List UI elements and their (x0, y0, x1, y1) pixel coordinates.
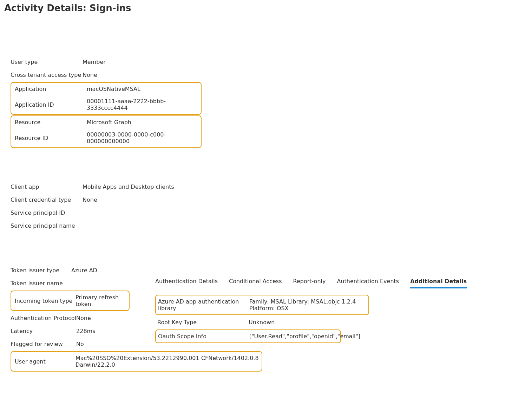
label-token-issuer-type: Token issuer type (11, 264, 71, 277)
label-auth-protocol: Authentication Protocol (11, 312, 76, 325)
tab-authentication-details[interactable]: Authentication Details (155, 278, 218, 288)
label-service-principal-id: Service principal ID (11, 206, 83, 219)
value-token-issuer-name (71, 277, 97, 290)
label-client-credential-type: Client credential type (11, 193, 83, 206)
row-auth-protocol: Authentication Protocol None (11, 312, 95, 325)
label-application: Application (11, 83, 87, 95)
value-user-type: Member (83, 55, 106, 68)
row-cross-tenant: Cross tenant access type None (11, 68, 106, 81)
value-latency: 228ms (76, 325, 95, 338)
label-resource: Resource (11, 116, 87, 128)
page-title: Activity Details: Sign-ins (4, 3, 515, 13)
row-root-key-type: Root Key Type Unknown (155, 316, 515, 329)
highlight-resource: Resource Microsoft Graph Resource ID 000… (11, 115, 202, 148)
row-latency: Latency 228ms (11, 325, 95, 338)
value-oauth-scope: ["User.Read","profile","openid","email"] (246, 330, 364, 342)
value-client-credential-type: None (83, 193, 174, 206)
value-flagged: No (76, 338, 95, 351)
value-service-principal-name (83, 219, 174, 232)
value-client-app: Mobile Apps and Desktop clients (83, 180, 174, 193)
row-resource-id: Resource ID 00000003-0000-0000-c000-0000… (11, 128, 201, 147)
label-user-agent: User agent (11, 352, 75, 371)
row-resource: Resource Microsoft Graph (11, 116, 201, 128)
highlight-user-agent: User agent Mac%20SSO%20Extension/53.2212… (11, 351, 262, 372)
tab-additional-details[interactable]: Additional Details (410, 278, 467, 288)
row-token-issuer-type: Token issuer type Azure AD (11, 264, 97, 277)
value-root-key-type: Unknown (245, 316, 278, 329)
label-auth-library: Azure AD app authentication library (156, 295, 246, 314)
tab-conditional-access[interactable]: Conditional Access (229, 278, 282, 288)
additional-details-panel: Azure AD app authentication library Fami… (155, 295, 515, 343)
row-user-type: User type Member (11, 55, 106, 68)
row-application: Application macOSNativeMSAL (11, 83, 201, 95)
label-oauth-scope: Oauth Scope Info (156, 330, 246, 342)
row-token-issuer-name: Token issuer name (11, 277, 97, 290)
highlight-application: Application macOSNativeMSAL Application … (11, 82, 202, 115)
tab-authentication-events[interactable]: Authentication Events (337, 278, 399, 288)
label-resource-id: Resource ID (11, 128, 87, 147)
kv-token-b: Authentication Protocol None Latency 228… (11, 312, 95, 351)
value-auth-library: Family: MSAL Library: MSAL.objc 1.2.4 Pl… (246, 295, 368, 314)
kv-client: Client app Mobile Apps and Desktop clien… (11, 180, 174, 232)
label-flagged: Flagged for review (11, 338, 76, 351)
row-client-app: Client app Mobile Apps and Desktop clien… (11, 180, 174, 193)
value-resource: Microsoft Graph (87, 116, 201, 128)
row-service-principal-name: Service principal name (11, 219, 174, 232)
label-root-key-type: Root Key Type (155, 316, 245, 329)
row-application-id: Application ID 00001111-aaaa-2222-bbbb-3… (11, 95, 201, 114)
label-service-principal-name: Service principal name (11, 219, 83, 232)
label-cross-tenant: Cross tenant access type (11, 68, 83, 81)
kv-token-a: Token issuer type Azure AD Token issuer … (11, 264, 97, 290)
tab-report-only[interactable]: Report-only (293, 278, 326, 288)
value-application: macOSNativeMSAL (87, 83, 201, 95)
value-auth-protocol: None (76, 312, 95, 325)
label-client-app: Client app (11, 180, 83, 193)
row-service-principal-id: Service principal ID (11, 206, 174, 219)
row-flagged: Flagged for review No (11, 338, 95, 351)
label-latency: Latency (11, 325, 76, 338)
highlight-incoming-token-type: Incoming token type Primary refresh toke… (11, 291, 130, 311)
value-user-agent: Mac%20SSO%20Extension/53.2212990.001 CFN… (75, 352, 262, 371)
label-token-issuer-name: Token issuer name (11, 277, 71, 290)
highlight-oauth-scope: Oauth Scope Info ["User.Read","profile",… (155, 329, 341, 343)
row-client-credential-type: Client credential type None (11, 193, 174, 206)
value-application-id: 00001111-aaaa-2222-bbbb-3333cccc4444 (87, 95, 201, 114)
label-incoming-token-type: Incoming token type (11, 291, 75, 310)
tab-strip: Authentication Details Conditional Acces… (155, 278, 515, 288)
row-incoming-token-type: Incoming token type Primary refresh toke… (11, 291, 129, 310)
value-service-principal-id (83, 206, 174, 219)
row-user-agent: User agent Mac%20SSO%20Extension/53.2212… (11, 352, 262, 371)
highlight-auth-library: Azure AD app authentication library Fami… (155, 295, 369, 315)
label-user-type: User type (11, 55, 83, 68)
value-token-issuer-type: Azure AD (71, 264, 97, 277)
value-resource-id: 00000003-0000-0000-c000-000000000000 (87, 128, 201, 147)
value-cross-tenant: None (83, 68, 106, 81)
label-application-id: Application ID (11, 95, 87, 114)
value-incoming-token-type: Primary refresh token (75, 291, 129, 310)
kv-top: User type Member Cross tenant access typ… (11, 55, 106, 81)
